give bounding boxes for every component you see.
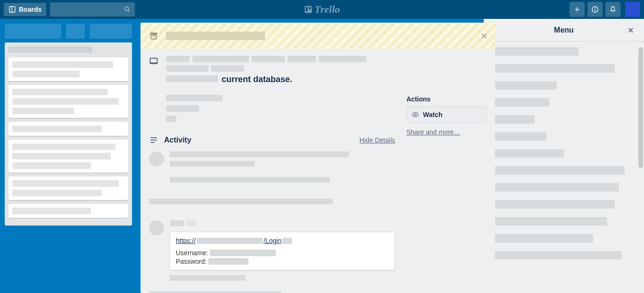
share-and-more-link[interactable]: Share and more… [406, 128, 487, 136]
search-icon [124, 6, 131, 13]
svg-rect-13 [150, 33, 157, 34]
topbar-right-controls [570, 2, 640, 17]
username-value-masked [210, 250, 276, 256]
menu-title: Menu [554, 26, 574, 34]
boards-button-label: Boards [19, 6, 41, 13]
password-value-masked [208, 258, 248, 265]
user-avatar[interactable] [625, 2, 640, 17]
archived-banner: × [140, 23, 495, 49]
trello-logo-icon [304, 5, 313, 14]
search-input[interactable] [50, 2, 135, 17]
comment-username-row: Username: [176, 249, 389, 257]
watch-button[interactable]: Watch [406, 107, 487, 123]
actions-section-title: Actions [406, 95, 487, 103]
card-title-placeholder-row [166, 56, 395, 72]
menu-header: Menu × [484, 19, 644, 42]
menu-body [484, 42, 644, 274]
activity-avatar [149, 151, 164, 167]
board-team-placeholder [90, 24, 132, 39]
card-title-visible-fragment: current database. [222, 75, 292, 84]
board-star-placeholder [66, 24, 85, 39]
card-sidebar: Actions Watch Share and more… [406, 56, 487, 293]
bell-icon [609, 6, 617, 13]
card-icon [149, 56, 158, 68]
eye-icon [412, 111, 419, 118]
menu-close-button[interactable]: × [628, 25, 637, 35]
trello-logo[interactable]: Trello [304, 3, 340, 16]
card-placeholder[interactable] [8, 85, 128, 118]
top-navigation-bar: Boards Trello [0, 0, 644, 19]
svg-point-21 [414, 114, 416, 116]
card-placeholder[interactable] [8, 58, 128, 81]
info-icon [591, 6, 599, 13]
password-label: Password: [176, 258, 206, 265]
trello-logo-text: Trello [314, 3, 340, 16]
activity-entry [149, 177, 395, 192]
card-placeholder[interactable] [8, 140, 128, 173]
svg-point-2 [125, 7, 129, 11]
comment-url-prefix: https:// [176, 237, 196, 244]
notifications-button[interactable] [605, 2, 620, 17]
svg-point-10 [594, 8, 595, 9]
comment-url[interactable]: https:// /Login [176, 237, 389, 244]
board-name-placeholder [5, 24, 61, 39]
svg-rect-14 [151, 35, 157, 39]
card-placeholder[interactable] [8, 204, 128, 218]
activity-entry [149, 199, 395, 214]
archive-icon [149, 31, 158, 41]
create-button[interactable] [570, 2, 585, 17]
activity-entry [149, 151, 395, 170]
comment-url-masked-tail [282, 238, 292, 244]
comment-box: https:// /Login Username: Password: [170, 232, 395, 270]
activity-icon [149, 135, 158, 145]
watch-button-label: Watch [423, 111, 442, 118]
card-placeholder[interactable] [8, 176, 128, 200]
list-column [5, 42, 132, 226]
board-menu-panel: Menu × [484, 19, 644, 293]
hide-details-link[interactable]: Hide Details [360, 136, 395, 144]
boards-button[interactable]: Boards [4, 3, 46, 16]
activity-entry-comment: https:// /Login Username: Password: [149, 220, 395, 285]
card-detail-modal: × [140, 23, 495, 293]
comment-url-suffix: /Login [264, 237, 281, 244]
info-button[interactable] [587, 2, 603, 17]
menu-scrollbar[interactable] [638, 47, 643, 288]
card-placeholder[interactable] [8, 122, 128, 136]
modal-close-button[interactable]: × [481, 30, 487, 42]
comment-url-masked-host [197, 238, 263, 244]
activity-avatar [149, 220, 164, 235]
username-label: Username: [176, 249, 208, 257]
svg-line-3 [128, 10, 130, 12]
plus-icon [573, 6, 581, 13]
boards-icon [8, 6, 16, 13]
activity-section-title: Activity [164, 136, 354, 144]
list-title-placeholder [8, 46, 92, 53]
activity-entry [149, 291, 395, 293]
svg-rect-5 [306, 7, 308, 11]
comment-password-row: Password: [176, 258, 389, 265]
svg-rect-6 [309, 7, 311, 9]
archived-banner-title-placeholder [166, 32, 265, 40]
